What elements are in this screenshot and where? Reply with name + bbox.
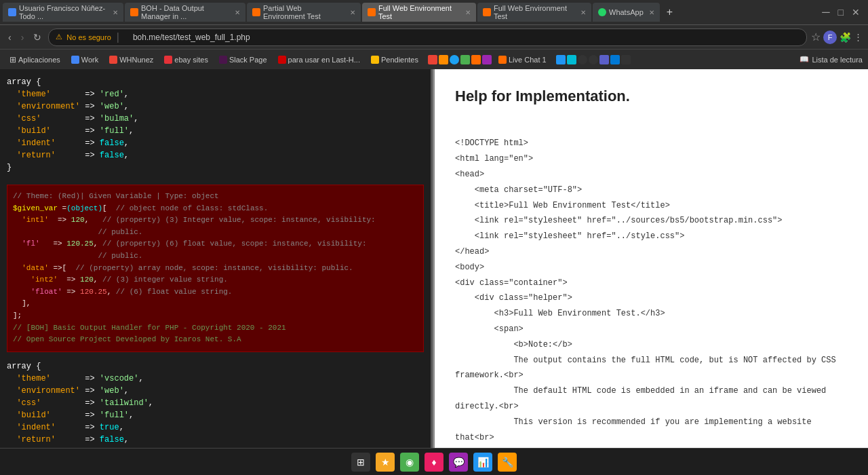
- tab-favicon-2: [130, 8, 138, 16]
- extensions-icon[interactable]: 🧩: [840, 32, 851, 43]
- settings-icon[interactable]: ⋮: [854, 32, 863, 42]
- bookmark-label-ebay: ebay sites: [174, 56, 208, 64]
- tab-favicon-5: [483, 8, 491, 16]
- taskbar-icon-2[interactable]: ★: [376, 453, 395, 472]
- bookmark-label-slack: Slack Page: [229, 56, 267, 64]
- whnunez-favicon: [109, 56, 117, 64]
- pendientes-favicon: [371, 56, 379, 64]
- taskbar-icon-4[interactable]: ♦: [425, 453, 443, 472]
- tool-icon-5: [599, 55, 609, 64]
- bookmark-lastpass[interactable]: para usar en Last-H...: [274, 54, 364, 65]
- address-separator: |: [117, 31, 119, 43]
- work-favicon: [71, 56, 79, 64]
- taskbar: ⊞ ★ ◉ ♦ 💬 📊 🔧: [0, 448, 868, 475]
- bookmark-icon-2: [439, 55, 448, 64]
- taskbar-icon-5[interactable]: 💬: [449, 453, 468, 472]
- address-input[interactable]: [125, 28, 800, 46]
- lastpass-favicon: [278, 56, 286, 64]
- taskbar-icon-1[interactable]: ⊞: [351, 453, 370, 472]
- bookmarks-bar: ⊞ Aplicaciones Work WHNunez ebay sites S…: [0, 49, 868, 69]
- tab-6[interactable]: WhatsApp ✕: [593, 3, 660, 22]
- forward-button[interactable]: ›: [18, 31, 27, 44]
- taskbar-icon-3[interactable]: ◉: [400, 453, 419, 472]
- tab-close-6[interactable]: ✕: [649, 9, 654, 16]
- ebay-favicon: [164, 56, 172, 64]
- bookmark-icon-4: [460, 55, 470, 64]
- taskbar-icon-6[interactable]: 📊: [473, 453, 492, 472]
- livechat-favicon: [498, 56, 507, 64]
- bookmark-work[interactable]: Work: [67, 54, 102, 65]
- bookmark-icon-6: [482, 55, 492, 64]
- bookmark-apps[interactable]: ⊞ Aplicaciones: [5, 54, 64, 66]
- bookmark-icon-3: [450, 55, 459, 64]
- tab-favicon-4: [368, 8, 376, 16]
- bookmark-livechat[interactable]: Live Chat 1: [494, 54, 551, 65]
- address-bar: ‹ › ↻ ⚠ No es seguro | ☆ F 🧩 ⋮: [0, 24, 868, 49]
- left-panel[interactable]: array { 'theme' => 'red', 'environment' …: [0, 69, 431, 475]
- tool-icon-6: [610, 55, 620, 64]
- tab-bar: Usuario Francisco Núñez-Todo ... ✕ BOH -…: [0, 0, 868, 24]
- bookmark-label-lastpass: para usar en Last-H...: [288, 56, 360, 64]
- tab-label-4: Full Web Environment Test: [378, 4, 460, 20]
- tool-icon-7: [621, 55, 631, 64]
- help-content: <!DOCTYPE html> <html lang="en"> <head> …: [455, 121, 848, 475]
- right-panel[interactable]: Help for Implementation. <!DOCTYPE html>…: [433, 69, 868, 475]
- security-icon: ⚠: [56, 33, 62, 41]
- bookmark-pendientes[interactable]: Pendientes: [367, 54, 422, 65]
- tab-close-5[interactable]: ✕: [580, 9, 586, 16]
- tool-icon-4: [589, 55, 598, 64]
- tab-label-6: WhatsApp: [609, 8, 644, 16]
- bookmark-star-icon[interactable]: ☆: [811, 31, 821, 43]
- bookmark-icon-5: [471, 55, 481, 64]
- maximize-button[interactable]: □: [835, 7, 846, 18]
- tool-icon-3: [578, 55, 587, 64]
- tab-label-5: Full Web Environment Test: [494, 4, 575, 20]
- tab-favicon-3: [252, 8, 260, 16]
- tab-3[interactable]: Partial Web Environment Test ✕: [247, 3, 361, 22]
- new-tab-button[interactable]: +: [661, 6, 678, 18]
- tab-4[interactable]: Full Web Environment Test ✕: [362, 3, 476, 22]
- tab-close-2[interactable]: ✕: [235, 9, 240, 16]
- tab-favicon-6: [598, 8, 606, 16]
- output-box-red: // Theme: (Red)| Given Variable | Type: …: [7, 185, 424, 352]
- profile-icon[interactable]: F: [823, 31, 837, 44]
- reload-button[interactable]: ↻: [31, 31, 44, 44]
- tab-close-3[interactable]: ✕: [350, 9, 355, 16]
- address-icons: ☆ F 🧩 ⋮: [811, 31, 863, 44]
- close-button[interactable]: ✕: [849, 7, 863, 18]
- apps-icon: ⊞: [9, 55, 16, 64]
- tab-label-2: BOH - Data Output Manager in ...: [141, 4, 229, 20]
- bookmark-ebay[interactable]: ebay sites: [160, 54, 212, 65]
- help-title: Help for Implementation.: [455, 83, 848, 110]
- tab-close-1[interactable]: ✕: [113, 9, 118, 16]
- tab-label-3: Partial Web Environment Test: [263, 4, 344, 20]
- tab-label-1: Usuario Francisco Núñez-Todo ...: [19, 4, 107, 20]
- tool-icon-1: [556, 55, 566, 64]
- bookmark-label-work: Work: [81, 56, 98, 64]
- bookmark-label-livechat: Live Chat 1: [509, 56, 547, 64]
- back-button[interactable]: ‹: [5, 31, 14, 44]
- taskbar-icon-7[interactable]: 🔧: [498, 453, 517, 472]
- slack-favicon: [219, 56, 227, 64]
- browser-chrome: Usuario Francisco Núñez-Todo ... ✕ BOH -…: [0, 0, 868, 69]
- bookmark-label-apps: Aplicaciones: [18, 56, 60, 64]
- tab-2[interactable]: BOH - Data Output Manager in ... ✕: [125, 3, 245, 22]
- tool-icon-2: [567, 55, 576, 64]
- tab-5[interactable]: Full Web Environment Test ✕: [477, 3, 591, 22]
- bookmark-icon-1: [428, 55, 437, 64]
- reading-list-icon[interactable]: 📖: [800, 55, 809, 64]
- bookmark-label-pendientes: Pendientes: [381, 56, 418, 64]
- tab-1[interactable]: Usuario Francisco Núñez-Todo ... ✕: [3, 3, 123, 22]
- array-block-1: array { 'theme' => 'red', 'environment' …: [7, 76, 424, 174]
- minimize-button[interactable]: ─: [819, 6, 832, 18]
- tab-close-4[interactable]: ✕: [465, 9, 471, 16]
- security-label: No es seguro: [66, 33, 111, 41]
- bookmark-label-lista: Lista de lectura: [812, 56, 863, 64]
- bookmark-slack[interactable]: Slack Page: [215, 54, 271, 65]
- array-block-2: array { 'theme' => 'vscode', 'environmen…: [7, 360, 424, 458]
- bookmark-label-whnunez: WHNunez: [119, 56, 153, 64]
- main-content: array { 'theme' => 'red', 'environment' …: [0, 69, 868, 475]
- bookmark-whnunez[interactable]: WHNunez: [105, 54, 157, 65]
- tab-favicon-1: [8, 8, 16, 16]
